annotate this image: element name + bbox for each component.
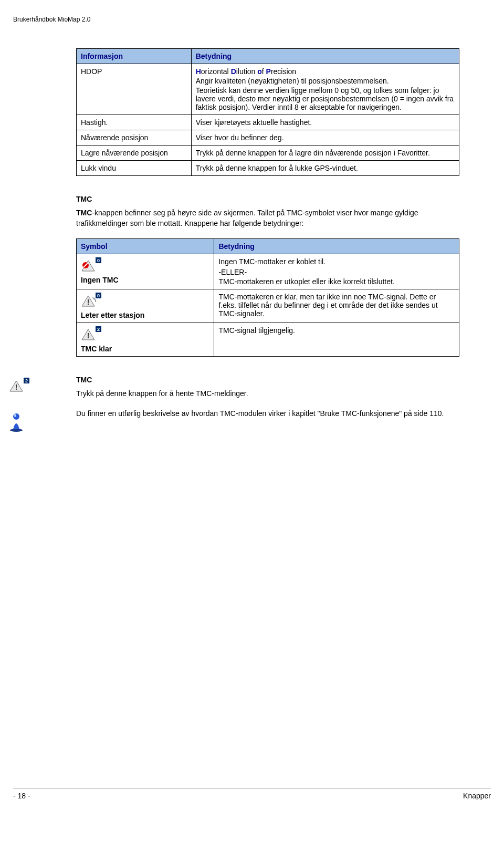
section-title-tmc2: TMC xyxy=(76,376,459,384)
svg-text:!: ! xyxy=(87,331,90,340)
symbol-meaning: Ingen TMC-mottaker er koblet til. xyxy=(218,257,455,266)
svg-text:!: ! xyxy=(87,298,90,306)
table-row: Hastigh. Viser kjøretøyets aktuelle hast… xyxy=(77,115,459,130)
info-label: HDOP xyxy=(81,67,102,76)
page-footer: - 18 - Knapper xyxy=(13,788,491,800)
hdop-initial: P xyxy=(266,67,271,76)
footer-section: Knapper xyxy=(463,792,491,800)
table-header: Symbol xyxy=(81,242,108,251)
info-value: Viser hvor du befinner deg. xyxy=(196,133,284,142)
table-row: Lukk vindu Trykk på denne knappen for å … xyxy=(77,161,459,176)
hdop-initial: o xyxy=(257,67,262,76)
table-row: Nåværende posisjon Viser hvor du befinne… xyxy=(77,130,459,145)
symbol-label: Ingen TMC xyxy=(81,276,209,284)
svg-text:!: ! xyxy=(15,383,18,391)
table-row: 0 Ingen TMC Ingen TMC-mottaker er koblet… xyxy=(77,254,459,289)
symbol-table: Symbol Betydning 0 Ingen TMC xyxy=(76,238,459,357)
svg-text:2: 2 xyxy=(25,378,28,383)
table-header: Informasjon xyxy=(81,52,123,60)
table-row: Lagre nåværende posisjon Trykk på denne … xyxy=(77,145,459,161)
page-header: Brukerhåndbok MioMap 2.0 xyxy=(13,16,459,23)
symbol-meaning: TMC-mottakeren er utkoplet eller ikke ko… xyxy=(218,277,455,286)
table-row: 0 ! Leter etter stasjon TMC-mottakeren e… xyxy=(77,289,459,323)
table-row: 2 ! TMC klar TMC-signal tilgjengelig. xyxy=(77,323,459,356)
tmc-description: TMC-knappen befinner seg på høyre side a… xyxy=(76,207,459,229)
info-label: Hastigh. xyxy=(81,118,108,127)
symbol-meaning: TMC-mottakeren er klar, men tar ikke inn… xyxy=(218,293,437,318)
page-number: - 18 - xyxy=(13,792,30,800)
info-value: Teorietisk kan denne verdien ligge mello… xyxy=(196,86,455,111)
info-label: Lukk vindu xyxy=(81,164,116,172)
tmc-reference: Du finner en utførlig beskrivelse av hvo… xyxy=(76,408,459,419)
table-header: Betydning xyxy=(196,52,232,60)
pawn-icon xyxy=(9,411,26,434)
tmc-action: Trykk på denne knappen for å hente TMC-m… xyxy=(76,388,459,399)
svg-point-18 xyxy=(13,413,19,420)
hdop-initial: D xyxy=(231,67,236,76)
section-title-tmc: TMC xyxy=(76,195,459,203)
symbol-label: TMC klar xyxy=(81,345,209,353)
symbol-label: Leter etter stasjon xyxy=(81,311,209,319)
svg-point-19 xyxy=(14,414,16,417)
tmc-searching-icon: 0 ! xyxy=(81,293,102,309)
tmc-margin-icon: 2 ! xyxy=(9,378,30,394)
table-row: HDOP Horizontal Dilution of Precision An… xyxy=(77,64,459,115)
tmc-no-receiver-icon: 0 xyxy=(81,257,102,274)
info-label: Lagre nåværende posisjon xyxy=(81,149,168,157)
svg-text:0: 0 xyxy=(97,293,100,298)
info-value: Angir kvaliteten (nøyaktigheten) til pos… xyxy=(196,77,455,85)
symbol-meaning: -ELLER- xyxy=(218,268,455,276)
svg-text:2: 2 xyxy=(97,327,100,332)
info-value: Viser kjøretøyets aktuelle hastighet. xyxy=(196,118,312,127)
info-value: Horizontal Dilution of Precision xyxy=(196,67,455,76)
tmc-ready-icon: 2 ! xyxy=(81,326,102,342)
info-value: Trykk på denne knappen for å lukke GPS-v… xyxy=(196,164,358,172)
info-label: Nåværende posisjon xyxy=(81,133,148,142)
information-table: Informasjon Betydning HDOP Horizontal Di… xyxy=(76,48,459,176)
hdop-initial: H xyxy=(196,67,201,76)
symbol-meaning: TMC-signal tilgjengelig. xyxy=(218,326,295,335)
svg-text:0: 0 xyxy=(97,258,100,263)
table-header: Betydning xyxy=(218,242,254,251)
info-value: Trykk på denne knappen for å lagre din n… xyxy=(196,149,430,157)
